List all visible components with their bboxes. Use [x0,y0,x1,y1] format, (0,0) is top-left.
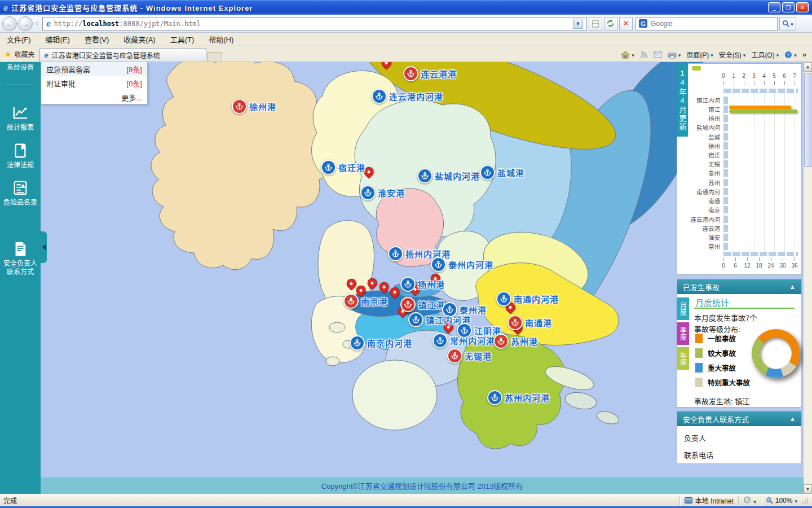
menu-item[interactable]: 编辑(E) [46,34,70,45]
scroll-down-button[interactable]: ▼ [804,484,812,494]
menu-item[interactable]: 查看(V) [85,34,109,45]
contacts-card: 安全负责人联系方式 ▲ 负责人联系电话 [677,411,802,464]
port-label: 常州内河港 [450,335,495,347]
command-bar: 页面(P) 安全(S) 工具(O) ? » [621,50,812,62]
forward-button[interactable]: → [18,16,33,31]
port-label: 盐城内河港 [435,170,480,182]
port-label: 南通港 [525,317,552,329]
chart-category: 镇江内河 [685,95,720,104]
history-dropdown-icon[interactable]: ▽ [35,21,39,27]
sidebar-item-list[interactable]: 危险品名录 [0,179,41,207]
status-bar: 完成 本地 Intranet 100% [0,494,812,506]
back-button[interactable]: ← [2,16,17,31]
search-button[interactable] [779,17,796,30]
anchor-icon [403,66,418,81]
contacts-card-header[interactable]: 安全负责人联系方式 ▲ [677,411,801,426]
quick-panel-more-link[interactable]: 更多... [41,90,147,104]
protected-mode-control[interactable] [743,496,756,505]
menu-item[interactable]: 工具(T) [170,34,195,45]
anchor-icon [417,168,433,183]
restore-button[interactable]: ❐ [782,2,795,12]
port-label: 徐州港 [249,100,276,112]
chart-category: 连云港内河 [685,214,720,224]
menu-item[interactable]: 文件(F) [7,34,31,45]
page-favicon-icon: e [46,19,51,28]
address-bar[interactable]: e http://localhost:8080/yjpt/Main.html ▼ [42,17,587,30]
stop-button[interactable]: ✕ [619,17,633,30]
sidebar-item-system-settings[interactable]: 系统设置 [0,62,41,70]
protected-mode-icon [743,496,752,503]
period-tab[interactable]: 月度 [677,297,689,320]
legend-row: 较大事故 [695,348,750,358]
port-label: 南通内河港 [514,293,559,305]
resize-grip[interactable] [802,497,809,504]
tools-menu[interactable]: 工具(O) [751,50,779,59]
anchor-icon [400,277,416,292]
sidebar-collapse-handle[interactable] [41,231,47,263]
menu-item[interactable]: 帮助(H) [209,34,233,45]
sidebar-item-icon [12,240,29,257]
browser-tab[interactable]: e 江苏省港口安全监管与应急管理系统 [39,48,206,62]
compatibility-view-button[interactable] [589,17,602,30]
close-button[interactable]: ✕ [796,2,809,12]
menu-bar: 文件(F)编辑(E)查看(V)收藏夹(A)工具(T)帮助(H) [0,33,812,46]
status-text: 完成 [3,496,17,505]
chart-category: 连云港 [685,224,720,233]
stop-icon: ✕ [623,19,629,28]
collapse-icon[interactable]: ▲ [789,283,796,290]
menu-item[interactable]: 收藏夹(A) [123,34,155,45]
period-tab[interactable]: 年度 [677,347,689,370]
feeds-button[interactable] [640,51,648,59]
legend-label: 较大事故 [708,348,736,358]
chart-category: 常州 [685,242,720,251]
toolbar-overflow-chevron[interactable]: » [802,50,806,59]
legend-label: 特别重大事故 [708,377,750,388]
legend-swatch [695,348,703,358]
favorites-button[interactable]: ★ 收藏夹 [0,49,39,62]
quick-panel-row[interactable]: 应急预案备案 [8条] [41,62,147,76]
period-tab[interactable]: 季度 [677,322,689,345]
collapse-icon[interactable]: ▲ [789,415,796,422]
anchor-icon [480,165,495,180]
anchor-icon [343,294,359,309]
vertical-scrollbar[interactable]: ▲ ▼ [804,62,812,494]
chart-category: 镇江 [685,104,720,113]
accidents-card-header[interactable]: 已发生事故 ▲ [677,279,801,294]
chart-category: 南通 [685,196,720,205]
sidebar-item-contact-doc[interactable]: 安全负责人联系方式 [0,240,41,277]
help-menu[interactable]: ? [784,51,797,59]
zoom-control[interactable]: 100% [766,497,797,505]
home-button[interactable] [621,51,634,59]
legend-swatch [695,363,703,373]
zoom-magnifier-icon [766,497,773,504]
scroll-up-button[interactable]: ▲ [804,62,812,72]
chart-category: 无锡 [685,160,720,169]
refresh-button[interactable] [604,17,617,30]
search-dropdown-icon[interactable] [791,19,793,28]
sidebar-item-label: 法律法规 [0,161,41,170]
sidebar-item-chart[interactable]: 统计报表 [0,104,41,132]
legend-swatch [695,334,703,343]
anchor-icon [350,335,365,351]
minimize-button[interactable]: _ [768,2,780,12]
legend-row: 一般事故 [695,334,750,343]
anchor-icon [487,390,502,405]
search-input[interactable] [651,20,774,28]
address-dropdown-icon[interactable]: ▼ [573,19,583,29]
anchor-icon [431,257,446,272]
new-tab-button[interactable] [208,52,222,62]
quick-panel-row[interactable]: 附证审批 [0条] [41,76,147,90]
quick-panel-count: [8条] [127,64,142,75]
search-box[interactable]: G [636,17,778,30]
safety-menu[interactable]: 安全(S) [719,50,746,59]
sidebar-item-icon [12,179,29,196]
axis-strip-top [723,89,798,93]
chart-category: 南通内河 [685,187,720,196]
sidebar-item-book[interactable]: 法律法规 [0,142,41,170]
scrollbar-thumb[interactable] [804,73,811,167]
print-button[interactable] [668,51,681,59]
sidebar-item-icon [12,104,29,121]
anchor-icon [360,185,376,200]
page-menu[interactable]: 页面(P) [686,50,713,59]
mail-button[interactable] [654,51,662,58]
